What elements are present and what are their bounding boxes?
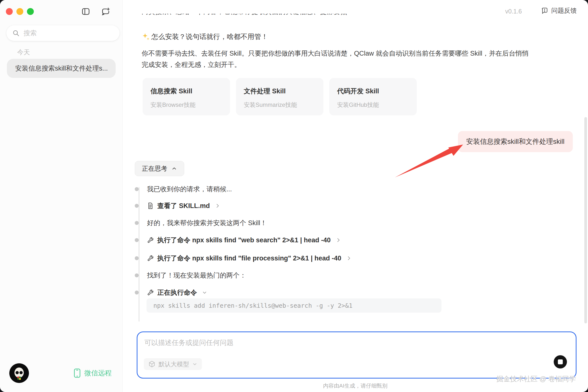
search-box — [6, 25, 120, 41]
search-icon — [12, 30, 20, 37]
chevron-down-icon — [202, 290, 207, 295]
skill-cards: 信息搜索 Skill 安装Browser技能 文件处理 Skill 安装Summ… — [142, 78, 417, 116]
model-selector-label: 默认大模型 — [158, 360, 189, 368]
timeline-dot — [135, 238, 139, 242]
wrench-icon — [147, 289, 154, 296]
app-window: 今天 安装信息搜索skill和文件处理s... 微信远程 v0.1.6 — [0, 0, 588, 392]
phone-icon — [74, 368, 81, 378]
view-skill-md-action[interactable]: 查看了 SKILL.md — [147, 202, 220, 210]
feedback-button[interactable]: 问题反馈 — [541, 6, 577, 15]
timeline-dot — [135, 221, 139, 225]
toggle-sidebar-icon[interactable] — [81, 7, 90, 16]
main-header: v0.1.6 问题反馈 — [122, 0, 588, 24]
chevron-right-icon — [215, 203, 220, 208]
scrollbar-thumb[interactable] — [584, 117, 587, 324]
timeline-item: 执行了命令 npx skills find "file processing" … — [135, 254, 352, 263]
conversation-item[interactable]: 安装信息搜索skill和文件处理s... — [7, 59, 116, 78]
history-section-label: 今天 — [17, 48, 30, 56]
command-file-processing-action[interactable]: 执行了命令 npx skills find "file processing" … — [147, 254, 352, 263]
timeline-item: 找到了！现在安装最热门的两个： — [135, 271, 246, 280]
chevron-right-icon — [346, 256, 352, 261]
feedback-label: 问题反馈 — [551, 6, 577, 15]
thinking-toggle[interactable]: 正在思考 — [135, 161, 184, 176]
skill-card-file-processing[interactable]: 文件处理 Skill 安装Summarize技能 — [236, 78, 324, 116]
timeline-dot — [135, 187, 139, 191]
user-avatar[interactable] — [9, 363, 29, 383]
timeline-dot — [135, 204, 139, 208]
zoom-window-button[interactable] — [27, 8, 34, 15]
intro-paragraph: 你不需要手动去找、去装任何 Skill。只要把你想做的事用大白话说清楚，QCla… — [142, 48, 534, 70]
timeline-dot — [135, 274, 139, 277]
wechat-remote-label: 微信远程 — [84, 368, 112, 378]
chevron-right-icon — [336, 238, 341, 243]
timeline-dot — [135, 290, 139, 294]
watermark: 掘金技术社区 @ 卷福同学 — [496, 374, 576, 384]
command-code-block: npx skills add inferen-sh/skills@web-sea… — [146, 298, 442, 312]
timeline-item: 执行了命令 npx skills find "web search" 2>&1 … — [135, 236, 341, 244]
skill-card-info-search[interactable]: 信息搜索 Skill 安装Browser技能 — [142, 78, 230, 116]
chevron-up-icon — [171, 166, 177, 172]
section-heading: 怎么安装？说句话就行，啥都不用管！ — [142, 32, 268, 42]
wrench-icon — [147, 255, 154, 262]
document-icon — [147, 202, 154, 209]
feedback-icon — [541, 7, 548, 14]
timeline-item: 好的，我来帮你搜索并安装这两个 Skill！ — [135, 218, 267, 227]
wrench-icon — [147, 237, 154, 244]
model-selector[interactable]: 默认大模型 — [144, 358, 202, 370]
timeline-item: 我已收到你的请求，请稍候... — [135, 185, 232, 194]
timeline-item: 查看了 SKILL.md — [135, 202, 220, 210]
minimize-window-button[interactable] — [16, 8, 23, 15]
command-web-search-action[interactable]: 执行了命令 npx skills find "web search" 2>&1 … — [147, 236, 341, 244]
clipped-scrolled-line: 网页搜索、总结一下内容，它能帮你提取页面的关键信息、提炼要点 — [142, 14, 509, 19]
new-chat-icon[interactable] — [101, 7, 110, 16]
message-input[interactable] — [144, 338, 524, 355]
running-command-toggle[interactable]: 正在执行命令 — [147, 288, 207, 297]
stop-generation-button[interactable] — [554, 355, 567, 368]
close-window-button[interactable] — [6, 8, 13, 15]
sparkles-icon — [142, 32, 150, 41]
stop-icon — [558, 360, 563, 364]
timeline-item: 正在执行命令 — [135, 288, 207, 297]
conversation-title: 安装信息搜索skill和文件处理s... — [15, 64, 108, 73]
chevron-down-icon — [192, 362, 198, 367]
window-controls — [6, 8, 34, 15]
wechat-remote-button[interactable]: 微信远程 — [74, 368, 112, 378]
composer: 默认大模型 — [137, 332, 576, 378]
annotation-arrow — [392, 142, 468, 181]
search-input[interactable] — [24, 30, 114, 37]
timeline-dot — [135, 256, 139, 260]
skill-card-code-dev[interactable]: 代码开发 Skill 安装GitHub技能 — [329, 78, 417, 116]
user-message-bubble: 安装信息搜索skill和文件处理skill — [458, 131, 573, 152]
model-cube-icon — [148, 360, 156, 368]
sidebar: 今天 安装信息搜索skill和文件处理s... 微信远程 — [0, 0, 122, 392]
